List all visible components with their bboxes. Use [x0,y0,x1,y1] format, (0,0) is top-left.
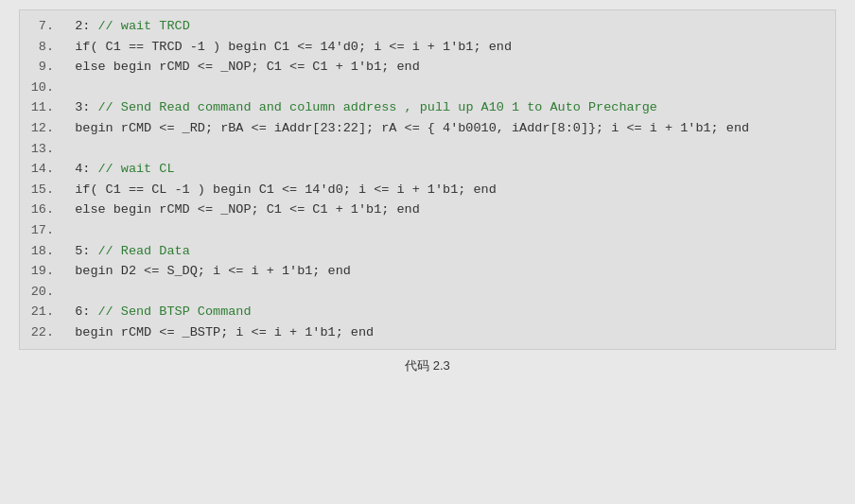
code-line: 16. else begin rCMD <= _NOP; C1 <= C1 + … [20,200,835,220]
line-number: 12. [27,118,54,139]
code-line: 11. 3: // Send Read command and column a… [20,97,835,118]
caption: 代码 2.3 [405,357,450,374]
line-text: 2: [60,16,98,37]
code-line: 9. else begin rCMD <= _NOP; C1 <= C1 + 1… [20,57,835,78]
line-comment: // wait TRCD [98,16,190,37]
line-number: 9. [27,57,54,78]
line-comment: // Send BTSP Command [98,302,252,322]
line-text: begin D2 <= S_DQ; i <= i + 1'b1; end [60,261,351,282]
code-line: 21. 6: // Send BTSP Command [20,302,835,322]
line-comment: // wait CL [98,159,175,180]
line-number: 20. [27,282,54,303]
line-number: 22. [27,322,54,343]
line-number: 14. [27,159,54,180]
line-text: 5: [60,241,98,262]
code-line: 17. [20,220,835,241]
line-text: 3: [60,97,98,118]
code-line: 18. 5: // Read Data [20,241,835,262]
line-text: begin rCMD <= _BSTP; i <= i + 1'b1; end [60,322,374,343]
line-number: 19. [27,261,54,282]
code-line: 12. begin rCMD <= _RD; rBA <= iAddr[23:2… [20,118,835,139]
line-text: if( C1 == TRCD -1 ) begin C1 <= 14'd0; i… [60,37,512,58]
line-number: 18. [27,241,54,262]
line-text: 4: [60,159,98,180]
line-number: 16. [27,200,54,220]
line-number: 21. [27,302,54,322]
line-comment: // Send Read command and column address … [98,97,657,118]
code-line: 15. if( C1 == CL -1 ) begin C1 <= 14'd0;… [20,180,835,200]
line-text: begin rCMD <= _RD; rBA <= iAddr[23:22]; … [60,118,749,139]
line-number: 7. [27,16,54,37]
code-line: 20. [20,282,835,303]
code-line: 22. begin rCMD <= _BSTP; i <= i + 1'b1; … [20,322,835,343]
line-number: 11. [27,97,54,118]
code-line: 8. if( C1 == TRCD -1 ) begin C1 <= 14'd0… [20,37,835,58]
line-number: 15. [27,180,54,200]
line-text: 6: [60,302,98,322]
code-line: 7. 2: // wait TRCD [20,16,835,37]
line-number: 17. [27,220,54,241]
code-line: 13. [20,139,835,160]
main-container: 7. 2: // wait TRCD8. if( C1 == TRCD -1 )… [0,0,855,504]
line-number: 13. [27,139,54,160]
line-number: 10. [27,78,54,98]
code-line: 14. 4: // wait CL [20,159,835,180]
line-text: if( C1 == CL -1 ) begin C1 <= 14'd0; i <… [60,180,497,200]
line-number: 8. [27,37,54,58]
line-text: else begin rCMD <= _NOP; C1 <= C1 + 1'b1… [60,200,420,220]
code-block: 7. 2: // wait TRCD8. if( C1 == TRCD -1 )… [19,9,836,350]
line-text: else begin rCMD <= _NOP; C1 <= C1 + 1'b1… [60,57,420,78]
line-comment: // Read Data [98,241,190,262]
code-line: 19. begin D2 <= S_DQ; i <= i + 1'b1; end [20,261,835,282]
code-line: 10. [20,78,835,98]
